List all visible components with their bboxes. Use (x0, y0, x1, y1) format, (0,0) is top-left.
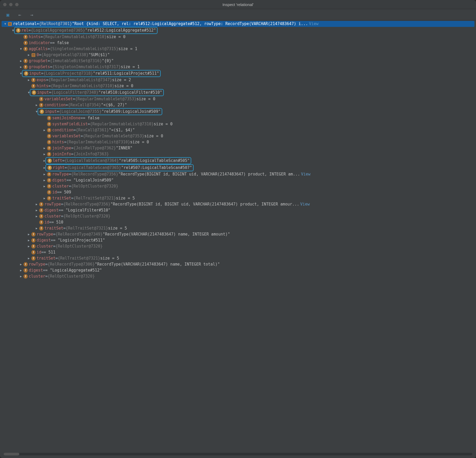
tree-row[interactable]: systemFieldList = {RegularImmutableList@… (2, 121, 474, 127)
tree-row[interactable]: ▼input = {LogicalFilter@7348} "rel#510:L… (2, 89, 474, 96)
tree-arrow-collapsed[interactable]: ▶ (27, 255, 31, 261)
tree-row[interactable]: ▼aggCalls = {SingletonImmutableList@7315… (2, 46, 474, 52)
tree-row[interactable]: ▶0 = {AggregateCall@7338} "SUM($1)" (2, 52, 474, 58)
tree-arrow-collapsed[interactable]: ▶ (34, 225, 39, 231)
tree-row[interactable]: variablesSet = {RegularImmutableSet@7353… (2, 133, 474, 139)
tree-arrow-collapsed[interactable]: ▶ (19, 267, 23, 273)
tree-arrow-collapsed[interactable]: ▶ (27, 52, 31, 58)
tree-row[interactable]: ▶condition = {RexCall@7354} "<($6, 27)" (2, 102, 474, 108)
tree-arrow-collapsed[interactable]: ▶ (42, 171, 47, 177)
tree-row[interactable]: ▶right = {LogicalTableScan@7365} "rel#50… (2, 164, 474, 171)
tree-row[interactable]: ▶cluster = {RelOptCluster@7320} (2, 183, 474, 189)
field-name: input (45, 109, 57, 115)
zoom-icon[interactable] (15, 3, 19, 6)
tree-row[interactable]: semiJoinDone = = false (2, 115, 474, 121)
property-icon (31, 78, 36, 82)
tree-row[interactable]: ▼rel = {LogicalAggregate@7305} "rel#512:… (2, 27, 474, 34)
field-name: rowType (37, 231, 53, 237)
tree-row[interactable]: ▼input = {LogicalJoin@7355} "rel#509:Log… (2, 108, 474, 115)
tree-arrow-collapsed[interactable]: ▶ (27, 77, 31, 83)
window-controls[interactable] (3, 3, 19, 6)
tree-row[interactable]: ▶cluster = {RelOptCluster@7320} (2, 213, 474, 219)
tree-arrow-collapsed[interactable]: ▶ (42, 127, 47, 133)
tree-row[interactable]: id = = 511 (2, 249, 474, 255)
tree-row[interactable]: ▶condition = {RexCall@7361} "=($1, $4)" (2, 127, 474, 133)
tree-row[interactable]: variablesSet = {RegularImmutableSet@7353… (2, 96, 474, 102)
collapse-all-icon[interactable]: ▣ (6, 13, 10, 17)
field-value: "rel#509:LogicalJoin#509" (102, 109, 161, 115)
tree-row[interactable]: hints = {RegularImmutableList@7310} size… (2, 34, 474, 40)
view-link[interactable]: View (309, 21, 318, 27)
property-icon (39, 202, 43, 207)
tree-row[interactable]: ▼relational = {RelRoot@7301} "Root {kind… (2, 21, 474, 27)
view-link[interactable]: View (301, 171, 310, 177)
tree-row[interactable]: ▶groupSets = {SingletonImmutableList@731… (2, 64, 474, 70)
field-value: "rel#510:LogicalFilter#510" (98, 90, 162, 96)
tree-row[interactable]: ▶cluster = {RelOptCluster@7320} (2, 243, 474, 249)
tree-arrow-expanded[interactable]: ▼ (3, 21, 7, 27)
tree-arrow-collapsed[interactable]: ▶ (42, 145, 47, 151)
tree-arrow-collapsed[interactable]: ▶ (19, 261, 23, 267)
tree-arrow-collapsed[interactable]: ▶ (34, 102, 39, 108)
tree-arrow-collapsed[interactable]: ▶ (42, 183, 47, 189)
tree-arrow-collapsed[interactable]: ▶ (42, 195, 47, 201)
tree-arrow-collapsed[interactable]: ▶ (42, 177, 47, 183)
property-icon (31, 244, 36, 249)
tree-arrow-collapsed[interactable]: ▶ (34, 207, 39, 213)
tree-view[interactable]: ▼relational = {RelRoot@7301} "Root {kind… (0, 20, 476, 458)
type-label: {LogicalTableScan@7364} (65, 158, 119, 164)
tree-arrow-expanded[interactable]: ▼ (19, 46, 23, 52)
highlight-box: right = {LogicalTableScan@7365} "rel#507… (45, 164, 194, 171)
field-value: = 511 (44, 249, 55, 255)
minimize-icon[interactable] (9, 3, 13, 6)
tree-row[interactable]: ▶traitSet = {RelTraitSet@7321} size = 5 (2, 225, 474, 231)
tree-row[interactable]: ▶joinInfo = {JoinInfo@7363} (2, 151, 474, 157)
property-icon (24, 41, 28, 45)
tree-arrow-collapsed[interactable]: ▶ (27, 231, 31, 237)
field-name: hints (52, 139, 64, 145)
tree-arrow-collapsed[interactable]: ▶ (19, 58, 23, 64)
tree-row[interactable]: hints = {RegularImmutableList@7310} size… (2, 139, 474, 145)
field-value: = false (52, 40, 69, 46)
forward-icon[interactable]: → (30, 13, 34, 17)
horizontal-scrollbar[interactable] (4, 453, 472, 455)
tree-row[interactable]: hints = {RegularImmutableList@7310} size… (2, 83, 474, 89)
property-icon (24, 65, 28, 69)
tree-arrow-collapsed[interactable]: ▶ (19, 64, 23, 70)
close-icon[interactable] (3, 3, 7, 6)
tree-arrow-collapsed[interactable]: ▶ (27, 243, 31, 249)
tree-arrow-collapsed[interactable]: ▶ (42, 151, 47, 157)
field-value: "SUM($1)" (89, 52, 110, 58)
field-name: rowType (44, 201, 61, 207)
tree-row[interactable]: ▶rowType = {RelRecordType@7356} "RecordT… (2, 171, 474, 177)
tree-row[interactable]: ▶cluster = {RelOptCluster@7320} (2, 273, 474, 279)
tree-row[interactable]: ▶joinType = {JoinRelType@7362} "INNER" (2, 145, 474, 151)
tree-row[interactable]: id = = 510 (2, 219, 474, 225)
tree-arrow-collapsed[interactable]: ▶ (27, 237, 31, 243)
tree-row[interactable]: ▶traitSet = {RelTraitSet@7321} size = 5 (2, 195, 474, 201)
tree-row[interactable]: id = = 509 (2, 189, 474, 195)
property-icon (39, 103, 43, 107)
tree-row[interactable]: ▶traitSet = {RelTraitSet@7321} size = 5 (2, 255, 474, 261)
tree-arrow-collapsed[interactable]: ▶ (34, 213, 39, 219)
tree-row[interactable]: ▼input = {LogicalProject@7318} "rel#511:… (2, 70, 474, 77)
scrollbar-thumb[interactable] (4, 453, 19, 455)
tree-row[interactable]: ▶digest = = "LogicalFilter#510" (2, 207, 474, 213)
tree-row[interactable]: ▶rowType = {RelRecordType@7349} "RecordT… (2, 231, 474, 237)
tree-row[interactable]: ▶digest = = "LogicalJoin#509" (2, 177, 474, 183)
tree-row[interactable]: ▶left = {LogicalTableScan@7364} "rel#505… (2, 157, 474, 164)
tree-row[interactable]: ▶digest = = "LogicalAggregate#512" (2, 267, 474, 273)
field-name: 0 (37, 52, 39, 58)
tree-row[interactable]: ▶rowType = {RelRecordType@7356} "RecordT… (2, 201, 474, 207)
tree-arrow-collapsed[interactable]: ▶ (19, 273, 23, 279)
tree-row[interactable]: indicator = = false (2, 40, 474, 46)
property-icon (24, 47, 28, 51)
tree-row[interactable]: ▶exps = {RegularImmutableList@7347} size… (2, 77, 474, 83)
view-link[interactable]: View (300, 201, 310, 207)
tree-row[interactable]: ▶digest = = "LogicalProject#511" (2, 237, 474, 243)
tree-arrow-collapsed[interactable]: ▶ (34, 201, 39, 207)
field-name: cluster (44, 213, 61, 219)
tree-row[interactable]: ▶groupSet = {ImmutableBitSet@7316} "{0}" (2, 58, 474, 64)
back-icon[interactable]: ← (18, 13, 22, 17)
tree-row[interactable]: ▶rowType = {RelRecordType@7306} "RecordT… (2, 261, 474, 267)
